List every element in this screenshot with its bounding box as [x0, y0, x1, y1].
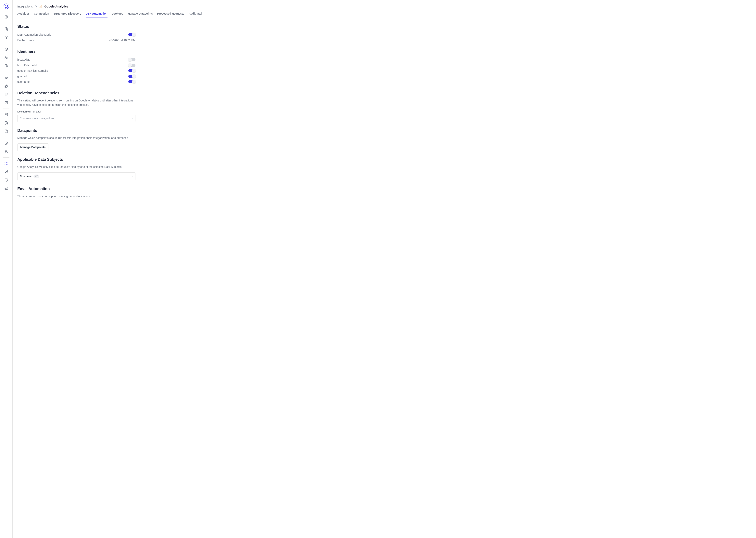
deletion-run-after-label: Deletion will run after: [17, 110, 135, 113]
tab-lookups[interactable]: Lookups: [112, 12, 123, 18]
compass-icon[interactable]: [2, 139, 10, 147]
document-search-icon[interactable]: [2, 119, 10, 127]
globe-plus-icon[interactable]: [2, 25, 10, 33]
deletion-dependencies-description: This setting will prevent deletions from…: [17, 98, 135, 107]
search-icon[interactable]: [2, 111, 10, 119]
identifier-toggle[interactable]: [128, 69, 135, 72]
document-download-icon[interactable]: [2, 127, 10, 135]
identifier-row: googleAnalyticsInternalId: [17, 68, 135, 74]
list-settings-icon[interactable]: [2, 147, 10, 155]
svg-point-11: [5, 93, 7, 94]
datapoints-description: Manage which datapoints should run for t…: [17, 136, 135, 140]
app-logo[interactable]: [3, 3, 10, 10]
identifier-row: username: [17, 79, 135, 84]
manage-datapoints-button[interactable]: Manage Datapoints: [17, 143, 48, 151]
chevron-right-icon: ❯: [35, 5, 37, 8]
svg-rect-20: [5, 162, 6, 163]
table-edit-icon[interactable]: [2, 176, 10, 184]
identifier-label: brazeExternalId: [17, 64, 37, 67]
svg-rect-22: [5, 164, 6, 165]
data-subjects-title: Applicable Data Subjects: [17, 157, 135, 162]
deletion-dependencies-section: Deletion Dependencies This setting will …: [17, 91, 135, 122]
identifier-label: brazeAlias: [17, 58, 30, 61]
live-mode-label: DSR Automation Live Mode: [17, 33, 51, 36]
sidebar-divider: [3, 23, 10, 23]
identifier-label: username: [17, 80, 29, 83]
tab-audit-trail[interactable]: Audit Trail: [189, 12, 202, 18]
data-subject-more-count: +2: [33, 175, 39, 178]
data-subjects-select[interactable]: Customer +2 ▾: [17, 172, 135, 180]
svg-point-10: [7, 77, 8, 78]
svg-point-17: [7, 123, 8, 124]
enabled-since-value: 4/5/2021, 4:18:21 PM: [109, 39, 135, 42]
svg-point-23: [7, 164, 8, 165]
identifier-row: gpadvid: [17, 74, 135, 79]
datapoints-title: Datapoints: [17, 128, 135, 133]
live-mode-row: DSR Automation Live Mode: [17, 32, 135, 37]
tab-activities[interactable]: Activities: [17, 12, 29, 18]
svg-point-1: [5, 5, 8, 8]
sidebar-divider: [3, 72, 10, 72]
status-title: Status: [17, 24, 135, 29]
svg-rect-15: [5, 113, 8, 116]
email-automation-section: Email Automation This integration does n…: [17, 187, 135, 198]
svg-point-12: [7, 95, 8, 96]
tab-manage-datapoints[interactable]: Manage Datapoints: [127, 12, 153, 18]
identifier-toggle[interactable]: [128, 80, 135, 83]
main-content: Integrations ❯ Google Analytics Activiti…: [13, 0, 756, 538]
breadcrumb: Integrations ❯ Google Analytics: [17, 5, 756, 8]
thumbs-up-icon[interactable]: [2, 82, 10, 90]
globe-icon[interactable]: [2, 62, 10, 70]
deletion-dependencies-title: Deletion Dependencies: [17, 91, 135, 95]
breadcrumb-current: Google Analytics: [40, 5, 68, 8]
code-icon[interactable]: [2, 185, 10, 192]
users-icon[interactable]: [2, 74, 10, 82]
live-mode-toggle[interactable]: [128, 33, 135, 36]
tab-structured-discovery[interactable]: Structured Discovery: [53, 12, 81, 18]
identifiers-section: Identifiers brazeAliasbrazeExternalIdgoo…: [17, 49, 135, 84]
svg-point-16: [6, 114, 7, 115]
enabled-since-row: Enabled since 4/5/2021, 4:18:21 PM: [17, 37, 135, 43]
integrations-icon[interactable]: [2, 160, 10, 167]
page-body: Status DSR Automation Live Mode Enabled …: [17, 24, 135, 198]
identifier-toggle[interactable]: [128, 64, 135, 67]
email-automation-title: Email Automation: [17, 187, 135, 191]
cubes-icon[interactable]: [2, 54, 10, 62]
identifier-toggle[interactable]: [128, 75, 135, 78]
sidebar: [0, 0, 13, 538]
bolt-icon[interactable]: [2, 13, 10, 21]
enabled-since-label: Enabled since: [17, 39, 35, 42]
sidebar-divider: [3, 157, 10, 158]
cube-icon[interactable]: [2, 45, 10, 53]
data-subjects-section: Applicable Data Subjects Google Analytic…: [17, 157, 135, 180]
status-section: Status DSR Automation Live Mode Enabled …: [17, 24, 135, 43]
tabs: ActivitiesConnectionStructured Discovery…: [17, 12, 756, 18]
svg-point-14: [6, 102, 7, 103]
select-placeholder: Choose upstream integrations: [20, 117, 54, 120]
database-icon[interactable]: [2, 90, 10, 98]
tab-connection[interactable]: Connection: [34, 12, 49, 18]
upstream-integrations-select[interactable]: Choose upstream integrations ▾: [17, 115, 135, 122]
eye-off-icon[interactable]: [2, 168, 10, 176]
nodes-icon[interactable]: [2, 33, 10, 41]
tab-processed-requests[interactable]: Processed Requests: [157, 12, 184, 18]
svg-point-9: [5, 77, 6, 78]
svg-rect-13: [5, 101, 8, 104]
breadcrumb-parent[interactable]: Integrations: [17, 5, 33, 8]
chevron-down-icon: ▾: [132, 175, 133, 178]
data-subject-chip: Customer: [20, 175, 32, 178]
identifier-label: gpadvid: [17, 75, 27, 78]
identifier-label: googleAnalyticsInternalId: [17, 69, 48, 72]
email-automation-description: This integration does not support sendin…: [17, 194, 135, 198]
svg-rect-21: [7, 162, 8, 163]
svg-point-0: [4, 4, 9, 9]
identifier-row: brazeExternalId: [17, 63, 135, 68]
id-card-icon[interactable]: [2, 99, 10, 107]
chevron-down-icon: ▾: [132, 117, 133, 120]
tab-dsr-automation[interactable]: DSR Automation: [86, 12, 108, 18]
identifier-toggle[interactable]: [128, 58, 135, 61]
datapoints-section: Datapoints Manage which datapoints shoul…: [17, 128, 135, 151]
svg-point-19: [5, 142, 8, 145]
google-analytics-icon: [40, 5, 43, 8]
identifier-row: brazeAlias: [17, 57, 135, 63]
